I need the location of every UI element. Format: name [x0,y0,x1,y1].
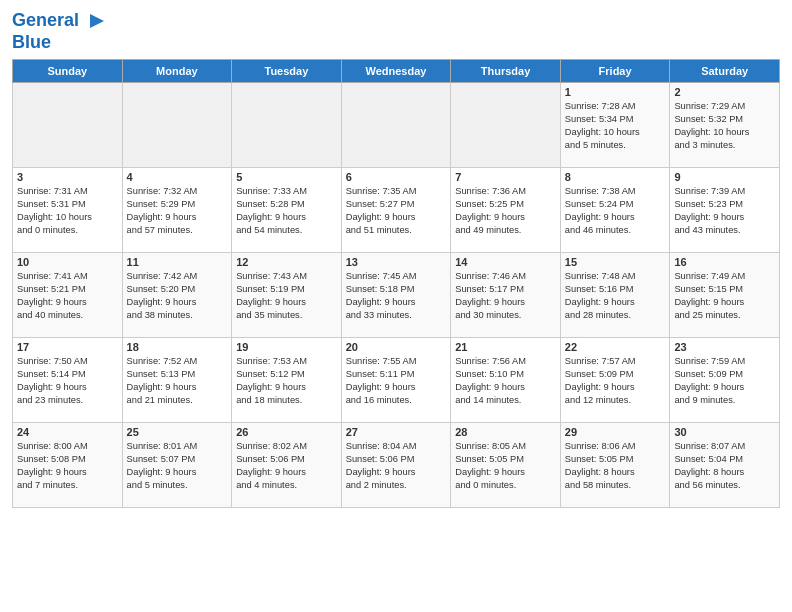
day-info: Sunrise: 8:07 AMSunset: 5:04 PMDaylight:… [674,440,775,492]
day-info: Sunrise: 7:28 AMSunset: 5:34 PMDaylight:… [565,100,666,152]
calendar-cell: 30Sunrise: 8:07 AMSunset: 5:04 PMDayligh… [670,422,780,507]
calendar-cell: 26Sunrise: 8:02 AMSunset: 5:06 PMDayligh… [232,422,342,507]
calendar-week-3: 10Sunrise: 7:41 AMSunset: 5:21 PMDayligh… [13,252,780,337]
day-number: 12 [236,256,337,268]
day-number: 20 [346,341,447,353]
calendar-cell: 4Sunrise: 7:32 AMSunset: 5:29 PMDaylight… [122,167,232,252]
day-info: Sunrise: 7:35 AMSunset: 5:27 PMDaylight:… [346,185,447,237]
calendar-cell: 12Sunrise: 7:43 AMSunset: 5:19 PMDayligh… [232,252,342,337]
calendar-cell: 13Sunrise: 7:45 AMSunset: 5:18 PMDayligh… [341,252,451,337]
day-info: Sunrise: 7:29 AMSunset: 5:32 PMDaylight:… [674,100,775,152]
day-number: 23 [674,341,775,353]
day-number: 10 [17,256,118,268]
day-info: Sunrise: 7:56 AMSunset: 5:10 PMDaylight:… [455,355,556,407]
day-number: 21 [455,341,556,353]
logo-blue: Blue [12,32,51,52]
day-header-tuesday: Tuesday [232,59,342,82]
calendar-cell: 19Sunrise: 7:53 AMSunset: 5:12 PMDayligh… [232,337,342,422]
calendar-cell [122,82,232,167]
day-number: 6 [346,171,447,183]
day-info: Sunrise: 7:39 AMSunset: 5:23 PMDaylight:… [674,185,775,237]
day-number: 11 [127,256,228,268]
calendar-table: SundayMondayTuesdayWednesdayThursdayFrid… [12,59,780,508]
day-info: Sunrise: 8:00 AMSunset: 5:08 PMDaylight:… [17,440,118,492]
day-header-monday: Monday [122,59,232,82]
calendar-cell: 22Sunrise: 7:57 AMSunset: 5:09 PMDayligh… [560,337,670,422]
day-info: Sunrise: 8:02 AMSunset: 5:06 PMDaylight:… [236,440,337,492]
calendar-cell: 27Sunrise: 8:04 AMSunset: 5:06 PMDayligh… [341,422,451,507]
day-number: 13 [346,256,447,268]
day-number: 14 [455,256,556,268]
day-number: 18 [127,341,228,353]
logo-text: General Blue [12,10,108,53]
day-info: Sunrise: 7:46 AMSunset: 5:17 PMDaylight:… [455,270,556,322]
day-header-friday: Friday [560,59,670,82]
calendar-cell: 24Sunrise: 8:00 AMSunset: 5:08 PMDayligh… [13,422,123,507]
calendar-cell: 28Sunrise: 8:05 AMSunset: 5:05 PMDayligh… [451,422,561,507]
day-number: 1 [565,86,666,98]
day-number: 5 [236,171,337,183]
calendar-cell: 9Sunrise: 7:39 AMSunset: 5:23 PMDaylight… [670,167,780,252]
day-number: 3 [17,171,118,183]
day-number: 15 [565,256,666,268]
calendar-cell: 10Sunrise: 7:41 AMSunset: 5:21 PMDayligh… [13,252,123,337]
day-number: 19 [236,341,337,353]
calendar-cell: 5Sunrise: 7:33 AMSunset: 5:28 PMDaylight… [232,167,342,252]
day-info: Sunrise: 8:01 AMSunset: 5:07 PMDaylight:… [127,440,228,492]
day-info: Sunrise: 7:50 AMSunset: 5:14 PMDaylight:… [17,355,118,407]
calendar-cell [13,82,123,167]
day-header-saturday: Saturday [670,59,780,82]
day-number: 4 [127,171,228,183]
calendar-cell: 25Sunrise: 8:01 AMSunset: 5:07 PMDayligh… [122,422,232,507]
calendar-cell: 11Sunrise: 7:42 AMSunset: 5:20 PMDayligh… [122,252,232,337]
day-number: 16 [674,256,775,268]
day-number: 30 [674,426,775,438]
day-number: 22 [565,341,666,353]
day-info: Sunrise: 7:52 AMSunset: 5:13 PMDaylight:… [127,355,228,407]
day-header-wednesday: Wednesday [341,59,451,82]
calendar-cell: 29Sunrise: 8:06 AMSunset: 5:05 PMDayligh… [560,422,670,507]
calendar-week-4: 17Sunrise: 7:50 AMSunset: 5:14 PMDayligh… [13,337,780,422]
day-number: 9 [674,171,775,183]
day-number: 27 [346,426,447,438]
day-info: Sunrise: 8:05 AMSunset: 5:05 PMDaylight:… [455,440,556,492]
calendar-cell [341,82,451,167]
calendar-week-5: 24Sunrise: 8:00 AMSunset: 5:08 PMDayligh… [13,422,780,507]
day-number: 7 [455,171,556,183]
day-info: Sunrise: 7:49 AMSunset: 5:15 PMDaylight:… [674,270,775,322]
logo: General Blue [12,10,108,53]
day-info: Sunrise: 7:33 AMSunset: 5:28 PMDaylight:… [236,185,337,237]
page-container: General Blue SundayMondayTuesdayWednesda… [0,0,792,516]
day-info: Sunrise: 7:36 AMSunset: 5:25 PMDaylight:… [455,185,556,237]
day-header-sunday: Sunday [13,59,123,82]
logo-general: General [12,10,79,30]
day-number: 28 [455,426,556,438]
calendar-cell: 18Sunrise: 7:52 AMSunset: 5:13 PMDayligh… [122,337,232,422]
calendar-cell: 2Sunrise: 7:29 AMSunset: 5:32 PMDaylight… [670,82,780,167]
calendar-cell: 17Sunrise: 7:50 AMSunset: 5:14 PMDayligh… [13,337,123,422]
day-info: Sunrise: 7:45 AMSunset: 5:18 PMDaylight:… [346,270,447,322]
calendar-cell [451,82,561,167]
day-number: 17 [17,341,118,353]
day-info: Sunrise: 7:43 AMSunset: 5:19 PMDaylight:… [236,270,337,322]
calendar-cell: 8Sunrise: 7:38 AMSunset: 5:24 PMDaylight… [560,167,670,252]
logo-arrow-icon [86,10,108,32]
day-number: 8 [565,171,666,183]
calendar-header-row: SundayMondayTuesdayWednesdayThursdayFrid… [13,59,780,82]
header: General Blue [12,10,780,53]
day-number: 26 [236,426,337,438]
calendar-cell: 15Sunrise: 7:48 AMSunset: 5:16 PMDayligh… [560,252,670,337]
day-info: Sunrise: 7:59 AMSunset: 5:09 PMDaylight:… [674,355,775,407]
calendar-cell: 7Sunrise: 7:36 AMSunset: 5:25 PMDaylight… [451,167,561,252]
day-number: 29 [565,426,666,438]
day-number: 2 [674,86,775,98]
calendar-cell: 14Sunrise: 7:46 AMSunset: 5:17 PMDayligh… [451,252,561,337]
day-info: Sunrise: 7:53 AMSunset: 5:12 PMDaylight:… [236,355,337,407]
day-info: Sunrise: 7:38 AMSunset: 5:24 PMDaylight:… [565,185,666,237]
calendar-week-2: 3Sunrise: 7:31 AMSunset: 5:31 PMDaylight… [13,167,780,252]
day-header-thursday: Thursday [451,59,561,82]
calendar-week-1: 1Sunrise: 7:28 AMSunset: 5:34 PMDaylight… [13,82,780,167]
day-info: Sunrise: 7:55 AMSunset: 5:11 PMDaylight:… [346,355,447,407]
day-info: Sunrise: 8:04 AMSunset: 5:06 PMDaylight:… [346,440,447,492]
calendar-cell: 6Sunrise: 7:35 AMSunset: 5:27 PMDaylight… [341,167,451,252]
